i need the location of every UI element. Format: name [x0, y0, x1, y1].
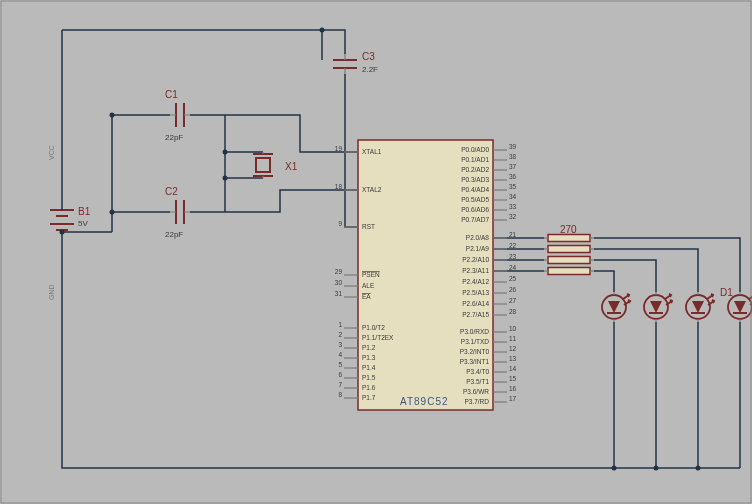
- mcu-model: AT89C52: [400, 396, 449, 407]
- svg-text:8: 8: [338, 391, 342, 398]
- svg-text:P3.4/T0: P3.4/T0: [466, 368, 489, 375]
- svg-text:EA: EA: [362, 293, 371, 300]
- svg-text:11: 11: [509, 335, 517, 342]
- svg-text:27: 27: [509, 297, 517, 304]
- svg-point-155: [110, 210, 115, 215]
- c1-name: C1: [165, 89, 178, 100]
- svg-text:P2.7/A15: P2.7/A15: [462, 311, 489, 318]
- respack-value: 270: [560, 224, 577, 235]
- svg-text:XTAL1: XTAL1: [362, 148, 382, 155]
- c2-name: C2: [165, 186, 178, 197]
- svg-text:16: 16: [509, 385, 517, 392]
- svg-text:P2.6/A14: P2.6/A14: [462, 300, 489, 307]
- svg-text:P2.1/A9: P2.1/A9: [466, 245, 490, 252]
- svg-text:25: 25: [509, 275, 517, 282]
- svg-text:P1.2: P1.2: [362, 344, 376, 351]
- svg-text:29: 29: [335, 268, 343, 275]
- svg-text:9: 9: [338, 220, 342, 227]
- svg-text:4: 4: [338, 351, 342, 358]
- svg-text:21: 21: [509, 231, 517, 238]
- svg-text:P0.3/AD3: P0.3/AD3: [461, 176, 489, 183]
- svg-text:28: 28: [509, 308, 517, 315]
- svg-text:P3.6/WR: P3.6/WR: [463, 388, 489, 395]
- led-name: D1: [720, 287, 733, 298]
- svg-point-154: [110, 113, 115, 118]
- svg-text:PSEN: PSEN: [362, 271, 380, 278]
- crystal-name: X1: [285, 161, 298, 172]
- svg-text:19: 19: [335, 145, 343, 152]
- svg-text:P2.0/A8: P2.0/A8: [466, 234, 490, 241]
- svg-text:P1.1/T2EX: P1.1/T2EX: [362, 334, 394, 341]
- svg-text:P1.4: P1.4: [362, 364, 376, 371]
- svg-text:P0.6/AD6: P0.6/AD6: [461, 206, 489, 213]
- svg-point-161: [696, 466, 701, 471]
- svg-text:P3.1/TXD: P3.1/TXD: [461, 338, 489, 345]
- resistor: [548, 235, 590, 242]
- svg-text:P1.0/T2: P1.0/T2: [362, 324, 385, 331]
- svg-text:39: 39: [509, 143, 517, 150]
- resistor: [548, 246, 590, 253]
- svg-rect-10: [256, 158, 270, 172]
- svg-text:P2.3/A11: P2.3/A11: [462, 267, 489, 274]
- svg-text:XTAL2: XTAL2: [362, 186, 382, 193]
- svg-point-160: [654, 466, 659, 471]
- svg-text:RST: RST: [362, 223, 375, 230]
- svg-text:P1.3: P1.3: [362, 354, 376, 361]
- svg-text:P0.7/AD7: P0.7/AD7: [461, 216, 489, 223]
- svg-text:P0.0/AD0: P0.0/AD0: [461, 146, 489, 153]
- svg-point-158: [320, 28, 325, 33]
- svg-text:12: 12: [509, 345, 517, 352]
- gnd-label: GND: [48, 284, 55, 300]
- svg-text:37: 37: [509, 163, 517, 170]
- c3-value: 2.2F: [362, 65, 378, 74]
- svg-text:17: 17: [509, 395, 517, 402]
- svg-text:P3.5/T1: P3.5/T1: [466, 378, 489, 385]
- svg-text:ALE: ALE: [362, 282, 375, 289]
- svg-text:26: 26: [509, 286, 517, 293]
- svg-text:P2.2/A10: P2.2/A10: [462, 256, 489, 263]
- c1-value: 22pF: [165, 133, 183, 142]
- svg-text:13: 13: [509, 355, 517, 362]
- capacitor-c3: C3 2.2F: [333, 51, 378, 74]
- battery-name: B1: [78, 206, 91, 217]
- svg-point-159: [612, 466, 617, 471]
- svg-text:18: 18: [335, 183, 343, 190]
- c2-value: 22pF: [165, 230, 183, 239]
- led-icon: [686, 292, 714, 322]
- svg-text:35: 35: [509, 183, 517, 190]
- svg-text:P2.5/A13: P2.5/A13: [462, 289, 489, 296]
- svg-text:34: 34: [509, 193, 517, 200]
- resistor-pack: 270: [544, 224, 594, 275]
- svg-point-157: [223, 176, 228, 181]
- svg-text:3: 3: [338, 341, 342, 348]
- svg-text:P2.4/A12: P2.4/A12: [462, 278, 489, 285]
- svg-text:10: 10: [509, 325, 517, 332]
- svg-text:P1.6: P1.6: [362, 384, 376, 391]
- svg-text:P0.2/AD2: P0.2/AD2: [461, 166, 489, 173]
- vcc-label: VCC: [48, 145, 55, 160]
- svg-text:P0.4/AD4: P0.4/AD4: [461, 186, 489, 193]
- svg-text:P3.2/INT0: P3.2/INT0: [460, 348, 490, 355]
- svg-text:2: 2: [338, 331, 342, 338]
- svg-text:P0.1/AD1: P0.1/AD1: [461, 156, 489, 163]
- svg-text:15: 15: [509, 375, 517, 382]
- svg-text:P0.5/AD5: P0.5/AD5: [461, 196, 489, 203]
- svg-text:7: 7: [338, 381, 342, 388]
- led-icon: [602, 292, 630, 322]
- crystal: X1: [253, 152, 298, 178]
- svg-point-153: [60, 230, 65, 235]
- svg-text:14: 14: [509, 365, 517, 372]
- svg-text:33: 33: [509, 203, 517, 210]
- svg-text:30: 30: [335, 279, 343, 286]
- svg-text:5: 5: [338, 361, 342, 368]
- resistor: [548, 257, 590, 264]
- svg-text:P1.7: P1.7: [362, 394, 376, 401]
- svg-text:31: 31: [335, 290, 343, 297]
- battery: B1 5V: [50, 200, 91, 232]
- svg-text:P3.3/INT1: P3.3/INT1: [460, 358, 490, 365]
- svg-text:P3.7/RD: P3.7/RD: [464, 398, 489, 405]
- svg-text:32: 32: [509, 213, 517, 220]
- svg-text:P1.5: P1.5: [362, 374, 376, 381]
- svg-text:23: 23: [509, 253, 517, 260]
- svg-text:24: 24: [509, 264, 517, 271]
